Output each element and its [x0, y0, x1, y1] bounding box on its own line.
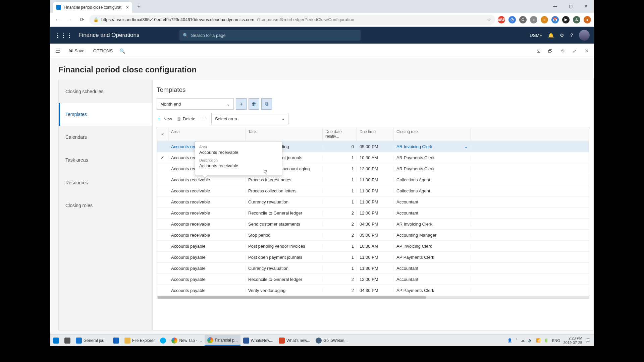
attach-icon[interactable]: ⇲ [535, 48, 542, 54]
cell-task[interactable]: Post open payment journals [246, 255, 323, 260]
taskbar-outlook[interactable] [110, 335, 122, 346]
chevron-down-icon[interactable]: ⌄ [464, 144, 468, 149]
office-icon[interactable]: 🗗 [547, 48, 554, 54]
tray-language[interactable]: ENG [552, 339, 560, 343]
nav-calendars[interactable]: Calendars [59, 126, 152, 148]
cell-area[interactable]: Accounts payable [168, 288, 246, 293]
cell-due-relative[interactable]: 1 [323, 244, 357, 249]
cell-closing-role[interactable]: AR Invoicing Clerk⌄ [394, 144, 471, 149]
col-due-relative[interactable]: Due date relativ... [323, 127, 357, 141]
cell-closing-role[interactable]: Collections Agent [394, 188, 471, 193]
cell-due-time[interactable]: 11:00 PM [357, 188, 394, 193]
cell-task[interactable]: Stop period [246, 233, 323, 238]
cell-area[interactable]: Accounts receivable [168, 199, 246, 204]
cell-area[interactable]: Accounts receivable [168, 233, 246, 238]
cell-closing-role[interactable]: Accounting Manager [394, 233, 471, 238]
minimize-icon[interactable]: — [547, 1, 563, 12]
cell-task[interactable]: Currency revaluation [246, 199, 323, 204]
cell-area[interactable]: Accounts receivable [168, 188, 246, 193]
table-row[interactable]: Accounts payableVerify vendor aging204:3… [157, 285, 589, 296]
close-form-icon[interactable]: ✕ [583, 48, 590, 54]
extension-icon-g[interactable]: G [519, 16, 527, 23]
cell-closing-role[interactable]: Accountant [394, 210, 471, 216]
taskbar-powerpoint[interactable]: What's new... [276, 335, 313, 346]
notifications-icon[interactable]: 🔔 [548, 33, 554, 38]
cell-task[interactable]: Verify vendor aging [246, 288, 323, 293]
table-row[interactable]: Accounts payableCurrency revaluation111:… [157, 263, 589, 274]
tray-battery-icon[interactable]: 🔋 [544, 338, 549, 343]
taskbar-skype[interactable] [157, 335, 169, 346]
col-task[interactable]: Task [246, 127, 323, 141]
popout-icon[interactable]: ⤢ [571, 48, 578, 54]
app-launcher-icon[interactable]: ⋮⋮⋮ [54, 32, 72, 39]
taskbar-edge[interactable]: General jou... [73, 335, 110, 346]
tray-network-icon[interactable]: 📶 [536, 338, 541, 343]
taskbar-gotowebinar[interactable]: GoToWebin... [313, 335, 350, 346]
cell-due-relative[interactable]: 2 [323, 233, 357, 238]
cell-task[interactable]: Send customer statements [246, 222, 323, 227]
area-filter-select[interactable]: Select area ⌄ [211, 113, 288, 124]
extension-icon[interactable]: ○ [541, 16, 548, 23]
delete-template-button[interactable]: 🗑 [249, 98, 259, 110]
tab-close-icon[interactable]: × [126, 5, 129, 10]
nav-resources[interactable]: Resources [59, 171, 152, 194]
cell-due-time[interactable]: 11:00 PM [357, 199, 394, 204]
horizontal-scrollbar[interactable] [157, 296, 589, 299]
company-selector[interactable]: USMF [530, 33, 542, 38]
cell-due-relative[interactable]: 1 [323, 166, 357, 171]
help-icon[interactable]: ? [570, 33, 573, 38]
user-avatar[interactable] [579, 30, 590, 41]
table-row[interactable]: Accounts receivableStop period205:00 PMA… [157, 230, 589, 241]
extension-icon[interactable]: ◷ [508, 16, 516, 23]
col-area[interactable]: Area [168, 127, 246, 141]
table-row[interactable]: Accounts payablePost open payment journa… [157, 252, 589, 263]
cell-closing-role[interactable]: Accountant [394, 277, 471, 282]
cell-due-time[interactable]: 04:30 PM [357, 222, 394, 227]
col-select-all[interactable]: ✓ [157, 127, 168, 141]
table-row[interactable]: Accounts receivableProcess collection le… [157, 185, 589, 196]
cell-task[interactable]: Post pending vendor invoices [246, 244, 323, 249]
taskbar-chrome-financial[interactable]: Financial p... [205, 335, 240, 346]
cell-task[interactable]: Reconcile to General ledger [246, 277, 323, 282]
template-select[interactable]: Month end ⌄ [157, 98, 234, 110]
cell-area[interactable]: Accounts payable [168, 277, 246, 282]
action-search-icon[interactable]: 🔍 [119, 48, 125, 54]
cell-due-relative[interactable]: 1 [323, 266, 357, 271]
profile-a-icon[interactable]: A [573, 16, 580, 23]
extension-icon[interactable]: ○ [530, 16, 537, 23]
calendar-extension-icon[interactable]: 📅 [551, 16, 559, 23]
close-window-icon[interactable]: ✕ [578, 1, 594, 12]
forward-button[interactable]: → [65, 15, 74, 24]
new-task-button[interactable]: ＋ New [157, 116, 172, 122]
refresh-icon[interactable]: ⟲ [559, 48, 566, 54]
cell-due-relative[interactable]: 1 [323, 199, 357, 204]
cell-closing-role[interactable]: Collections Agent [394, 177, 471, 182]
nav-templates[interactable]: Templates [59, 103, 152, 126]
add-template-button[interactable]: ＋ [236, 98, 247, 110]
cell-due-time[interactable]: 10:30 AM [357, 244, 394, 249]
profile-icon[interactable]: ● [584, 16, 591, 23]
cell-area[interactable]: Accounts payable [168, 244, 246, 249]
address-bar[interactable]: 🔒 https://wcisandboxd365v10eda49c723c404… [89, 15, 495, 25]
cell-due-time[interactable]: 11:00 PM [357, 255, 394, 260]
cell-due-time[interactable]: 11:00 PM [357, 177, 394, 182]
cell-task[interactable]: Currency revaluation [246, 266, 323, 271]
col-due-time[interactable]: Due time [357, 127, 394, 141]
cell-area[interactable]: Accounts receivable [168, 177, 246, 182]
cell-due-relative[interactable]: 2 [323, 222, 357, 227]
cell-closing-role[interactable]: Accountant [394, 266, 471, 271]
global-search[interactable]: 🔍 Search for a page [179, 30, 361, 41]
tray-notifications-icon[interactable]: 💬 [586, 338, 590, 343]
settings-gear-icon[interactable]: ⚙ [560, 33, 564, 38]
cell-due-time[interactable]: 04:30 PM [357, 288, 394, 293]
cell-due-time[interactable]: 11:30 PM [357, 266, 394, 271]
cell-due-relative[interactable]: 0 [323, 144, 357, 149]
tray-chevron-up-icon[interactable]: ˄ [516, 338, 518, 343]
cell-task[interactable]: Reconcile to General ledger [246, 210, 323, 216]
start-button[interactable] [50, 335, 62, 346]
table-row[interactable]: Accounts payablePost pending vendor invo… [157, 241, 589, 252]
cell-due-relative[interactable]: 2 [323, 210, 357, 216]
cell-area[interactable]: Accounts receivable [168, 210, 246, 216]
nav-hamburger-icon[interactable]: ☰ [54, 48, 62, 54]
cell-due-relative[interactable]: 1 [323, 155, 357, 160]
